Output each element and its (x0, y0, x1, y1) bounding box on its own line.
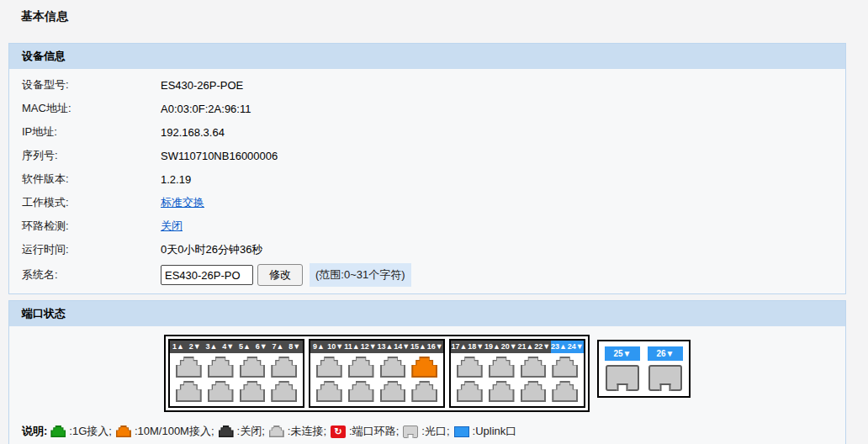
fiber-port-icon (403, 426, 418, 438)
fiber-port-box: 25▼26▼ (597, 340, 691, 398)
port-9[interactable] (316, 357, 342, 378)
port-label-2: 2▼ (187, 341, 204, 353)
port-8[interactable] (271, 381, 297, 402)
port-1[interactable] (176, 357, 202, 378)
legend-port-icon (50, 426, 66, 437)
device-info-row: 运行时间:0天0小时26分钟36秒 (9, 238, 845, 262)
port-connector-icon (209, 383, 232, 400)
port-16[interactable] (411, 381, 437, 402)
row-label: 软件版本: (9, 172, 161, 187)
port-label-8: 8▼ (286, 341, 303, 353)
port-connector-icon (490, 358, 513, 376)
legend-item-0: :1G接入; (50, 424, 112, 439)
port-7[interactable] (271, 357, 297, 378)
port-group: 9▲10▼11▲12▼13▲14▼15▲16▼ (309, 339, 445, 408)
port-14[interactable] (380, 381, 406, 402)
row-label: 序列号: (9, 148, 161, 163)
system-name-input[interactable] (161, 265, 253, 285)
port-label-1: 1▲ (170, 341, 187, 353)
port-label-7: 7▲ (270, 341, 287, 353)
row-value: 标准交换 (161, 195, 204, 210)
legend-item-1: :10M/100M接入; (116, 424, 214, 439)
port-connector-icon (273, 358, 295, 376)
device-info-row: MAC地址:A0:03:0F:2A:96:11 (9, 97, 845, 120)
port-label-14: 14▼ (394, 341, 410, 353)
port-22[interactable] (521, 381, 547, 402)
legend-port-icon (116, 426, 131, 437)
port-label-3: 3▲ (204, 341, 220, 353)
port-18[interactable] (457, 381, 483, 402)
row-value: ES430-26P-POE (161, 79, 243, 92)
port-6[interactable] (240, 381, 266, 402)
port-4[interactable] (208, 381, 234, 402)
loop-icon: ↻ (331, 426, 346, 438)
port-group-ports (310, 353, 443, 406)
port-connector-icon (241, 383, 264, 400)
port-2[interactable] (176, 381, 202, 402)
modify-button[interactable]: 修改 (257, 264, 303, 286)
legend-label: :光口; (421, 424, 449, 439)
port-connector-icon (209, 358, 232, 376)
value-link[interactable]: 标准交换 (161, 195, 204, 210)
port-23[interactable] (552, 357, 578, 378)
device-info-panel: 设备信息 设备型号:ES430-26P-POEMAC地址:A0:03:0F:2A… (8, 43, 846, 294)
port-group-header: 1▲2▼3▲4▼5▲6▼7▲8▼ (170, 341, 303, 353)
port-status-body: 1▲2▼3▲4▼5▲6▼7▲8▼9▲10▼11▲12▼13▲14▼15▲16▼1… (9, 326, 845, 444)
port-label-24: 24▼ (567, 341, 584, 353)
port-label-26[interactable]: 26▼ (648, 346, 683, 361)
row-value: 192.168.3.64 (161, 126, 225, 139)
port-group-header: 9▲10▼11▲12▼13▲14▼15▲16▼ (310, 341, 443, 353)
port-connector-icon (553, 383, 576, 400)
fiber-port-column: 26▼ (648, 346, 683, 391)
port-5[interactable] (240, 357, 266, 378)
device-info-row: 环路检测:关闭 (9, 214, 845, 238)
row-label: 设备型号: (9, 77, 161, 92)
port-label-25[interactable]: 25▼ (605, 346, 640, 361)
port-17[interactable] (457, 357, 483, 378)
port-connector-icon (458, 383, 481, 400)
system-name-label: 系统名: (9, 267, 161, 283)
port-chassis: 1▲2▼3▲4▼5▲6▼7▲8▼9▲10▼11▲12▼13▲14▼15▲16▼1… (164, 335, 590, 412)
device-info-header: 设备信息 (9, 44, 845, 69)
port-13[interactable] (380, 357, 406, 378)
port-label-18: 18▼ (468, 341, 484, 353)
port-label-4: 4▼ (220, 341, 236, 353)
row-label: 运行时间: (9, 242, 161, 257)
port-status-panel: 端口状态 1▲2▼3▲4▼5▲6▼7▲8▼9▲10▼11▲12▼13▲14▼15… (8, 300, 846, 444)
port-15[interactable] (411, 357, 437, 378)
port-connector-icon (522, 358, 545, 376)
legend-title: 说明: (22, 424, 47, 439)
uplink-icon (454, 426, 469, 437)
port-25[interactable] (606, 365, 639, 391)
port-21[interactable] (521, 357, 547, 378)
port-24[interactable] (552, 381, 578, 402)
value-link[interactable]: 关闭 (161, 219, 183, 234)
device-info-row: 序列号:SW110710NB16000006 (9, 144, 845, 167)
port-legend: 说明: :1G接入;:10M/100M接入;:关闭;:未连接;↻:端口环路;:光… (9, 412, 845, 444)
port-connector-icon (241, 358, 264, 376)
device-info-row: 设备型号:ES430-26P-POE (9, 73, 845, 97)
port-connector-icon (177, 383, 200, 400)
legend-item-3: :未连接; (269, 424, 326, 439)
port-20[interactable] (489, 381, 515, 402)
port-label-10: 10▼ (327, 341, 344, 353)
port-connector-icon (458, 358, 481, 376)
port-connector-icon (382, 358, 405, 376)
port-label-13: 13▲ (377, 341, 394, 353)
port-connector-icon (522, 383, 545, 400)
port-3[interactable] (208, 357, 234, 378)
port-10[interactable] (316, 381, 342, 402)
row-value: 0天0小时26分钟36秒 (161, 242, 262, 257)
legend-item-4: ↻:端口环路; (331, 424, 399, 439)
port-label-21: 21▲ (517, 341, 534, 353)
legend-item-2: :关闭; (219, 424, 265, 439)
port-12[interactable] (348, 381, 374, 402)
legend-label: :未连接; (288, 424, 326, 439)
port-26[interactable] (648, 365, 682, 391)
port-19[interactable] (489, 357, 515, 378)
port-11[interactable] (348, 357, 374, 378)
port-label-6: 6▼ (253, 341, 270, 353)
port-label-19: 19▲ (484, 341, 501, 353)
port-status-header: 端口状态 (9, 301, 845, 326)
port-connector-icon (490, 383, 513, 400)
